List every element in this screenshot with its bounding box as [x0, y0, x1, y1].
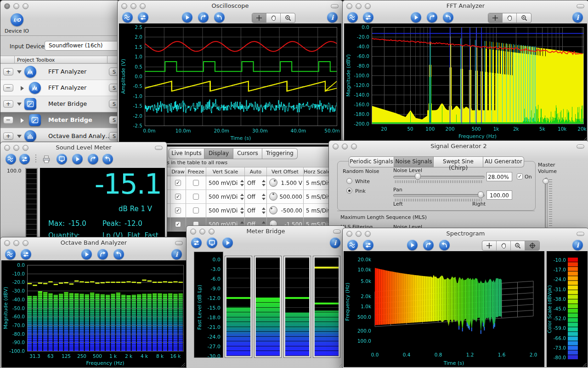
zoom-tool-button[interactable] — [511, 241, 525, 250]
export-button[interactable] — [423, 240, 434, 250]
import-button[interactable] — [443, 12, 453, 23]
play-button[interactable] — [72, 154, 83, 164]
toolbar-toggle-button[interactable] — [155, 146, 163, 150]
table-row[interactable]: ✓500 mV/DiOff-500.005 mS/Div — [138, 204, 331, 218]
disclosure-right-icon[interactable] — [21, 118, 24, 123]
master-volume-thumb[interactable] — [543, 178, 549, 184]
remove-tool-button[interactable]: − — [3, 84, 13, 92]
import-button[interactable] — [214, 12, 225, 23]
settings-button[interactable] — [363, 12, 373, 23]
noise-level-thumb[interactable] — [415, 173, 421, 180]
fft-plot[interactable] — [344, 23, 587, 142]
export-button[interactable] — [198, 12, 209, 23]
info-button[interactable]: i — [171, 249, 182, 259]
play-button[interactable] — [407, 240, 418, 250]
minimize-button[interactable] — [13, 3, 19, 9]
hand-tool-button[interactable] — [503, 13, 517, 23]
toolbox-row-fft-analyzer[interactable]: −FFT AnalyzerS — [0, 80, 119, 96]
info-button[interactable]: i — [572, 240, 583, 250]
tab-live-inputs[interactable]: Live Inputs — [169, 148, 204, 159]
export-button[interactable] — [97, 249, 108, 259]
settings-button[interactable] — [191, 237, 202, 248]
resize-grip[interactable] — [181, 362, 186, 367]
toolbar-toggle-button[interactable] — [577, 4, 584, 8]
white-noise-radio[interactable] — [346, 178, 352, 184]
settings-button[interactable] — [21, 249, 31, 259]
settings-button[interactable] — [138, 12, 148, 23]
import-button[interactable] — [439, 240, 450, 250]
vert-offset-knob[interactable] — [269, 192, 277, 201]
spectrogram-titlebar[interactable]: Spectrogram — [343, 228, 588, 239]
crosshair-tool-button[interactable] — [482, 241, 497, 250]
zoom-tool-button[interactable] — [517, 13, 531, 23]
pink-noise-radio[interactable] — [346, 188, 352, 194]
vert-offset-knob[interactable] — [269, 178, 277, 187]
disclosure-right-icon[interactable] — [21, 86, 24, 91]
play-button[interactable] — [182, 12, 192, 23]
draw-checkbox[interactable]: ✓ — [175, 180, 181, 186]
remove-tool-button[interactable]: − — [3, 116, 13, 124]
vert-offset-knob[interactable] — [269, 206, 277, 214]
draw-checkbox[interactable]: ✓ — [175, 207, 181, 213]
device-io-titlebar[interactable] — [0, 0, 119, 12]
import-button[interactable] — [113, 249, 124, 259]
table-row[interactable]: ✓500 mV/DiOff1.500 V5 mS/Div — [138, 176, 331, 190]
spectrogram-plot[interactable] — [344, 251, 588, 367]
zoom-button[interactable] — [23, 3, 28, 9]
info-button[interactable]: i — [330, 237, 340, 248]
toolbar-toggle-button[interactable] — [331, 4, 339, 8]
play-button[interactable] — [81, 249, 92, 259]
toolbar-toggle-button[interactable] — [577, 232, 584, 236]
print-button[interactable] — [41, 154, 51, 164]
display-button[interactable] — [207, 237, 217, 248]
disclosure-down-icon[interactable] — [17, 135, 22, 138]
meter-bridge-titlebar[interactable]: Meter Bridge — [187, 226, 345, 237]
master-volume-slider[interactable] — [545, 178, 548, 228]
hand-tool-button[interactable] — [266, 13, 281, 23]
import-button[interactable] — [102, 154, 113, 164]
draw-checkbox[interactable]: ✓ — [175, 194, 181, 200]
hand-tool-button[interactable] — [497, 241, 511, 250]
info-button[interactable]: i — [572, 12, 583, 23]
signal-source-button[interactable] — [5, 249, 16, 259]
auto-stepper[interactable] — [261, 194, 266, 200]
toolbar-toggle-button[interactable] — [577, 144, 584, 149]
crosshair-tool-button[interactable] — [488, 13, 503, 23]
display-button[interactable] — [57, 154, 67, 164]
toolbox-row-meter-bridge[interactable]: −Meter BridgeS — [0, 112, 119, 128]
toolbox-row-fft-analyzer[interactable]: +FFT AnalyzerS — [0, 64, 119, 80]
resize-grip[interactable] — [582, 362, 587, 367]
slm-titlebar[interactable]: Sound Level Meter — [0, 142, 167, 153]
add-tool-button[interactable]: + — [3, 100, 13, 108]
octave-plot[interactable] — [1, 260, 186, 368]
play-button[interactable] — [411, 12, 421, 23]
freeze-checkbox[interactable] — [193, 194, 199, 200]
settings-button[interactable] — [19, 154, 30, 164]
oscilloscope-titlebar[interactable]: Oscilloscope — [118, 0, 343, 12]
pan-slider[interactable] — [393, 194, 485, 197]
noise-level-value[interactable]: 28.00% — [486, 172, 512, 181]
toolbar-toggle-button[interactable] — [175, 241, 183, 245]
noise-level-slider[interactable] — [393, 176, 485, 178]
signal-source-button[interactable] — [347, 240, 358, 250]
crosshair-tool-button[interactable] — [252, 13, 266, 23]
signal-source-button[interactable] — [347, 12, 358, 23]
play-button[interactable] — [222, 237, 233, 248]
zoom-tool-button[interactable] — [281, 13, 295, 23]
siggen-titlebar[interactable]: Signal Generator 2 — [329, 141, 588, 152]
fft-titlebar[interactable]: FFT Analyzer — [343, 0, 588, 12]
signal-source-button[interactable] — [122, 12, 133, 23]
add-tool-button[interactable]: + — [3, 132, 13, 140]
toolbox-row-meter-bridge[interactable]: +Meter BridgeS — [0, 96, 119, 112]
octave-titlebar[interactable]: Octave Band Analyzer — [0, 237, 187, 248]
signal-source-button[interactable] — [6, 154, 16, 164]
vert-scale-stepper[interactable] — [240, 207, 244, 214]
export-button[interactable] — [427, 12, 437, 23]
info-button[interactable]: i — [327, 12, 338, 23]
freeze-checkbox[interactable] — [193, 207, 199, 213]
vert-scale-stepper[interactable] — [240, 180, 244, 186]
freeze-checkbox[interactable] — [193, 180, 199, 186]
tab-au-generator[interactable]: AU Generator — [483, 156, 524, 167]
tab-noise-signals[interactable]: Noise Signals — [394, 156, 434, 167]
disclosure-down-icon[interactable] — [17, 103, 22, 106]
